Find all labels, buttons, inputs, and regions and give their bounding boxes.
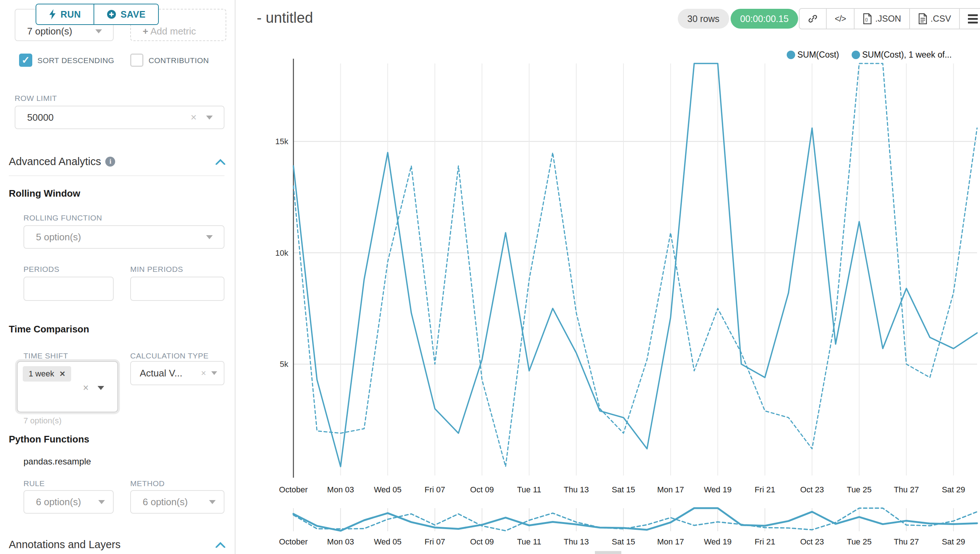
python-functions-title: Python Functions: [9, 434, 89, 445]
time-shift-hint: 7 option(s): [24, 416, 62, 426]
python-function-name: pandas.resample: [24, 457, 91, 467]
save-button[interactable]: SAVE: [94, 5, 158, 24]
rolling-function-select[interactable]: 5 option(s): [24, 225, 224, 249]
clear-icon[interactable]: ×: [201, 368, 206, 378]
rolling-function-label: ROLLING FUNCTION: [24, 213, 102, 222]
svg-text:Thu 27: Thu 27: [894, 485, 919, 494]
svg-text:Sat 15: Sat 15: [612, 485, 635, 494]
svg-text:Fri 21: Fri 21: [754, 537, 775, 546]
legend-dot: [852, 51, 860, 59]
svg-text:Sat 29: Sat 29: [942, 485, 965, 494]
contribution-control[interactable]: CONTRIBUTION: [130, 54, 233, 67]
svg-text:Fri 07: Fri 07: [425, 485, 445, 494]
svg-text:Oct 09: Oct 09: [470, 485, 494, 494]
run-button[interactable]: RUN: [36, 5, 94, 24]
sort-descending-label: SORT DESCENDING: [37, 56, 114, 65]
legend-label: SUM(Cost), 1 week of...: [862, 50, 952, 60]
save-button-label: SAVE: [121, 9, 146, 20]
row-limit-value: 50000: [15, 112, 191, 123]
horizontal-scrollbar[interactable]: [595, 551, 621, 554]
legend-item-sum-cost-offset[interactable]: SUM(Cost), 1 week of...: [852, 50, 952, 60]
svg-text:Oct 09: Oct 09: [470, 537, 494, 546]
time-shift-tag[interactable]: 1 week ✕: [23, 366, 71, 382]
rule-label: RULE: [24, 479, 45, 488]
contribution-label: CONTRIBUTION: [148, 56, 209, 65]
chevron-down-icon: [206, 235, 213, 239]
svg-text:Mon 17: Mon 17: [657, 537, 684, 546]
svg-text:Mon 03: Mon 03: [327, 537, 354, 546]
chevron-down-icon[interactable]: [97, 386, 104, 390]
legend-item-sum-cost[interactable]: SUM(Cost): [787, 50, 839, 60]
info-icon[interactable]: i: [105, 157, 115, 167]
annotations-title: Annotations and Layers: [9, 539, 121, 551]
rule-value: 6 option(s): [24, 497, 98, 508]
time-shift-tag-label: 1 week: [29, 369, 54, 379]
chart-canvas[interactable]: 5k10k15kOctoberMon 03Wed 05Fri 07Oct 09T…: [235, 0, 980, 554]
time-shift-multiselect[interactable]: 1 week ✕ ×: [17, 361, 118, 412]
periods-input[interactable]: [24, 277, 114, 301]
min-periods-input[interactable]: [130, 277, 224, 301]
checkbox-unchecked-icon[interactable]: [130, 54, 143, 67]
timeseries-line-chart[interactable]: 5k10k15kOctoberMon 03Wed 05Fri 07Oct 09T…: [235, 0, 980, 554]
svg-text:15k: 15k: [275, 137, 289, 146]
run-button-label: RUN: [60, 9, 81, 20]
chevron-up-icon[interactable]: [215, 542, 226, 548]
svg-text:Tue 11: Tue 11: [517, 485, 541, 494]
svg-text:Sat 15: Sat 15: [612, 537, 635, 546]
chevron-down-icon: [209, 500, 216, 504]
svg-text:Oct 23: Oct 23: [800, 485, 824, 494]
svg-text:Thu 27: Thu 27: [894, 537, 919, 546]
periods-label: PERIODS: [24, 265, 59, 274]
advanced-analytics-title: Advanced Analytics: [9, 156, 101, 168]
row-limit-label: ROW LIMIT: [15, 94, 57, 103]
method-select[interactable]: 6 option(s): [130, 490, 224, 514]
legend-label: SUM(Cost): [797, 50, 839, 60]
svg-text:Tue 25: Tue 25: [847, 537, 872, 546]
svg-text:Thu 13: Thu 13: [564, 485, 589, 494]
svg-text:Fri 21: Fri 21: [754, 485, 775, 494]
chevron-down-icon: [95, 29, 102, 33]
min-periods-label: MIN PERIODS: [130, 265, 183, 274]
bolt-icon: [49, 9, 56, 19]
chevron-down-icon: [98, 500, 105, 504]
advanced-analytics-header[interactable]: Advanced Analytics i: [9, 156, 226, 168]
clear-icon[interactable]: ×: [191, 111, 197, 123]
chevron-up-icon[interactable]: [215, 159, 226, 165]
svg-text:Thu 13: Thu 13: [564, 537, 589, 546]
control-panel: RUN SAVE 7 option(s) + Add metric ✓SORT …: [0, 0, 235, 554]
divider: [9, 175, 224, 176]
sort-descending-control[interactable]: ✓SORT DESCENDING: [15, 54, 118, 67]
svg-text:Tue 25: Tue 25: [847, 485, 872, 494]
svg-text:Oct 23: Oct 23: [800, 537, 824, 546]
svg-text:Wed 19: Wed 19: [704, 485, 731, 494]
svg-text:Sat 29: Sat 29: [942, 537, 965, 546]
svg-text:Wed 05: Wed 05: [374, 537, 401, 546]
svg-text:Wed 05: Wed 05: [374, 485, 401, 494]
rolling-window-title: Rolling Window: [9, 188, 80, 199]
svg-text:5k: 5k: [280, 360, 289, 369]
svg-text:Mon 03: Mon 03: [327, 485, 354, 494]
svg-text:Mon 17: Mon 17: [657, 485, 684, 494]
svg-text:October: October: [279, 485, 308, 494]
row-limit-select[interactable]: 50000 ×: [15, 106, 224, 129]
time-comparison-title: Time Comparison: [9, 323, 89, 335]
chart-legend: SUM(Cost) SUM(Cost), 1 week of...: [787, 50, 952, 60]
clear-icon[interactable]: ×: [83, 382, 89, 394]
calculation-type-select[interactable]: Actual V... ×: [130, 361, 224, 385]
checkbox-checked-icon[interactable]: ✓: [19, 54, 32, 67]
rolling-function-value: 5 option(s): [24, 231, 206, 243]
run-save-button-group: RUN SAVE: [36, 4, 159, 25]
annotations-header[interactable]: Annotations and Layers: [9, 539, 226, 551]
time-shift-label: TIME SHIFT: [24, 352, 68, 360]
plus-circle-icon: [107, 10, 116, 19]
method-value: 6 option(s): [131, 497, 209, 508]
svg-text:Tue 11: Tue 11: [517, 537, 541, 546]
plus-icon: +: [143, 25, 148, 37]
rule-select[interactable]: 6 option(s): [24, 490, 114, 514]
remove-tag-icon[interactable]: ✕: [59, 369, 66, 378]
svg-text:Wed 19: Wed 19: [704, 537, 731, 546]
svg-text:Fri 07: Fri 07: [425, 537, 445, 546]
chevron-down-icon: [211, 371, 217, 375]
svg-text:October: October: [279, 537, 308, 546]
method-label: METHOD: [130, 479, 165, 488]
